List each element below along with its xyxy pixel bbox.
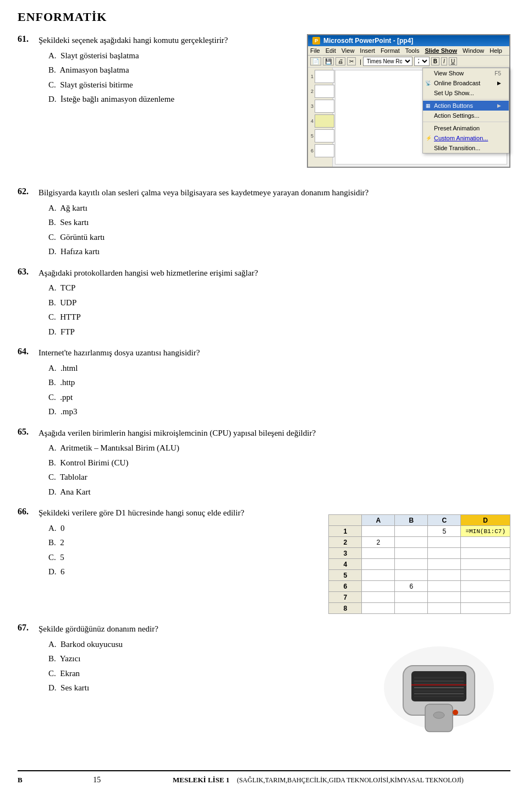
custom-animation-label: Custom Animation... [434, 135, 488, 141]
row-4: 4 [329, 559, 510, 570]
font-size-select[interactable]: 24 [414, 57, 430, 66]
toolbar-btn-2[interactable]: 💾 [323, 57, 334, 65]
cell-b2 [395, 537, 428, 548]
toolbar-underline[interactable]: U [449, 57, 457, 65]
menu-file[interactable]: File [310, 47, 320, 54]
pp-menubar[interactable]: File Edit View Insert Format Tools Slide… [308, 46, 509, 56]
footer-right: (SAĞLIK,TARIM,BAHÇECİLİK,GIDA TEKNOLOJİS… [237, 776, 510, 784]
menu-item-view-show[interactable]: View Show F5 [423, 68, 509, 78]
menu-item-preset-animation[interactable]: Preset Animation [423, 123, 509, 133]
cell-d3 [461, 548, 510, 559]
col-header-c: C [428, 515, 461, 526]
question-61-row: 61. Şekildeki seçenek aşağıdaki hangi ko… [18, 34, 288, 47]
menu-tools[interactable]: Tools [405, 47, 420, 54]
answer-63-c: C. HTTP [48, 310, 510, 325]
cell-a1 [362, 526, 395, 537]
action-buttons-arrow: ▶ [497, 103, 501, 108]
question-67-row: 67. Şekilde gördüğünüz donanım nedir? [18, 623, 356, 635]
slide-thumb-1[interactable] [315, 70, 334, 83]
question-65: 65. Aşağıda verilen birimlerin hangisi m… [18, 427, 510, 500]
slideshow-menu[interactable]: View Show F5 📡 Online Broadcast ▶ Set Up… [422, 68, 509, 153]
row-6: 6 6 [329, 581, 510, 592]
slide-panel: 1 2 3 4 [308, 68, 333, 167]
answer-62-c: C. Görüntü kartı [48, 231, 510, 245]
font-select[interactable]: Times New Roman [363, 57, 413, 66]
menu-separator-1 [423, 99, 509, 100]
menu-item-set-up-show[interactable]: Set Up Show... [423, 88, 509, 98]
powerpoint-screenshot: P Microsoft PowerPoint - [pp4] File Edit… [297, 34, 510, 173]
menu-insert[interactable]: Insert [360, 47, 375, 54]
answer-64-a: A. .html [48, 361, 510, 376]
menu-view[interactable]: View [342, 47, 355, 54]
slideshow-dropdown: View Show F5 📡 Online Broadcast ▶ Set Up… [422, 68, 509, 153]
question-67: 67. Şekilde gördüğünüz donanım nedir? A.… [18, 623, 510, 748]
spreadsheet-body: 1 5 =MIN(B1:C7) 2 2 3 [329, 526, 510, 614]
toolbar-btn-4[interactable]: ✂ [347, 57, 356, 65]
menu-edit[interactable]: Edit [326, 47, 336, 54]
cell-a8 [362, 603, 395, 614]
cell-a5 [362, 570, 395, 581]
toolbar-bold[interactable]: B [431, 57, 439, 65]
svg-point-12 [433, 712, 444, 718]
set-up-show-label: Set Up Show... [434, 90, 474, 96]
menu-item-slide-transition[interactable]: Slide Transition... [423, 143, 509, 153]
answer-64-b: B. .http [48, 376, 510, 390]
row-header-8: 8 [329, 603, 362, 614]
row-header-6: 6 [329, 581, 362, 592]
menu-item-action-buttons[interactable]: ▦ Action Buttons ▶ [423, 101, 509, 111]
col-header-b: B [395, 515, 428, 526]
view-show-shortcut: F5 [494, 70, 501, 76]
menu-slideshow[interactable]: Slide Show [425, 47, 457, 54]
cell-a3 [362, 548, 395, 559]
toolbar-btn-3[interactable]: 🖨 [336, 57, 345, 65]
question-67-text: Şekilde gördüğünüz donanım nedir? [38, 623, 356, 635]
question-63-text: Aşağıdaki protokollarden hangisi web hiz… [38, 267, 510, 279]
row-header-5: 5 [329, 570, 362, 581]
menu-item-online-broadcast[interactable]: 📡 Online Broadcast ▶ [423, 78, 509, 88]
cell-b4 [395, 559, 428, 570]
cell-b7 [395, 592, 428, 603]
row-1: 1 5 =MIN(B1:C7) [329, 526, 510, 537]
custom-animation-icon: ⚡ [426, 135, 432, 141]
question-61-text: Şekildeki seçenek aşağıdaki hangi komutu… [38, 34, 288, 47]
question-65-number: 65. [18, 427, 38, 437]
answer-64-c: C. .ppt [48, 391, 510, 405]
spreadsheet-table: A B C D 1 5 =MIN(B1:C7) 2 [328, 514, 510, 614]
answer-62-a: A. Ağ kartı [48, 201, 510, 216]
slide-thumb-5[interactable] [315, 129, 334, 142]
slide-thumb-2[interactable] [315, 85, 334, 98]
answer-63-b: B. UDP [48, 296, 510, 310]
cell-c8 [428, 603, 461, 614]
cell-c1: 5 [428, 526, 461, 537]
menu-item-action-settings[interactable]: Action Settings... [423, 111, 509, 120]
row-8: 8 [329, 603, 510, 614]
cell-a6 [362, 581, 395, 592]
scanner-image [367, 627, 510, 748]
cell-d4 [461, 559, 510, 570]
toolbar-btn-1[interactable]: 📄 [310, 57, 321, 65]
slide-thumb-4[interactable] [315, 114, 334, 128]
menu-item-custom-animation[interactable]: ⚡ Custom Animation... [423, 133, 509, 143]
question-61-number: 61. [18, 34, 38, 44]
footer-left: B [18, 776, 29, 784]
toolbar-italic[interactable]: I [441, 57, 447, 65]
slide-transition-label: Slide Transition... [434, 145, 480, 151]
row-header-4: 4 [329, 559, 362, 570]
preset-animation-label: Preset Animation [434, 125, 480, 131]
slide-thumb-3[interactable] [315, 100, 334, 113]
question-66-row: 66. Şekildeki verilere göre D1 hücresind… [18, 507, 306, 519]
question-64-row: 64. Internet'te hazırlanmış dosya uzantı… [18, 347, 510, 359]
cell-a4 [362, 559, 395, 570]
menu-format[interactable]: Format [381, 47, 400, 54]
slide-thumb-6[interactable] [315, 144, 334, 157]
cell-b3 [395, 548, 428, 559]
row-header-3: 3 [329, 548, 362, 559]
question-62-number: 62. [18, 186, 38, 196]
row-3: 3 [329, 548, 510, 559]
cell-c7 [428, 592, 461, 603]
footer: B 15 MESLEKİ LİSE 1 (SAĞLIK,TARIM,BAHÇEC… [18, 770, 510, 789]
slide-row-5: 5 [306, 129, 334, 142]
menu-help[interactable]: Help [490, 47, 502, 54]
menu-separator-2 [423, 122, 509, 122]
menu-window[interactable]: Window [463, 47, 484, 54]
